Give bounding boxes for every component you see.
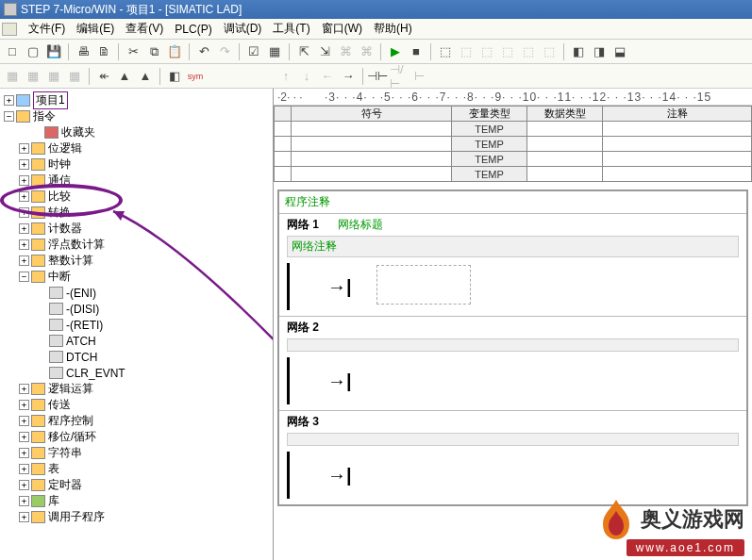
network-title[interactable]: 网络标题 <box>338 217 383 233</box>
block-button[interactable]: ⬓ <box>611 43 628 60</box>
cell-temp[interactable]: TEMP <box>452 152 527 167</box>
network-comment[interactable]: 网络注释 <box>287 236 739 257</box>
run-button[interactable]: ▶ <box>387 43 404 60</box>
instruction-tree[interactable]: +项目1 −指令 收藏夹 +位逻辑 +时钟 +通信 +比较 +转换 +计数器 +… <box>0 89 274 560</box>
tree-table[interactable]: +表 <box>2 461 271 477</box>
paste-button[interactable]: 📋 <box>166 43 183 60</box>
redo-button[interactable]: ↷ <box>216 43 233 60</box>
view-button[interactable]: ▦ <box>25 68 42 85</box>
expand-icon[interactable]: + <box>19 480 29 490</box>
nav-button[interactable]: ▲ <box>137 68 154 85</box>
expand-icon[interactable]: + <box>19 143 29 154</box>
menu-window[interactable]: 窗口(W) <box>316 19 368 39</box>
save-button[interactable]: 💾 <box>45 43 62 60</box>
expand-icon[interactable]: + <box>19 432 29 442</box>
network-comment[interactable] <box>287 338 739 352</box>
move-left-button[interactable]: ← <box>319 68 336 85</box>
expand-icon[interactable]: + <box>19 223 29 234</box>
table-row[interactable]: TEMP <box>275 122 752 137</box>
move-up-button[interactable]: ↑ <box>277 68 294 85</box>
menu-tools[interactable]: 工具(T) <box>267 19 315 39</box>
monitor-button[interactable]: ⬚ <box>437 43 454 60</box>
tree-timer[interactable]: +定时器 <box>2 477 271 493</box>
undo-button[interactable]: ↶ <box>195 43 212 60</box>
monitor-button[interactable]: ⬚ <box>520 43 537 60</box>
expand-icon[interactable]: + <box>19 384 29 394</box>
drop-target[interactable] <box>376 265 471 305</box>
download-button[interactable]: ⇱ <box>295 43 312 60</box>
collapse-icon[interactable]: − <box>4 111 14 122</box>
preview-button[interactable]: 🗎 <box>95 43 112 60</box>
table-row[interactable]: TEMP <box>275 167 752 182</box>
btn[interactable]: ⌘ <box>337 43 354 60</box>
view-button[interactable]: ▦ <box>45 68 62 85</box>
contact-button[interactable]: ⊣⊢ <box>369 68 386 85</box>
expand-icon[interactable]: + <box>19 255 29 266</box>
ladder-rung[interactable]: →| <box>287 357 746 404</box>
expand-icon[interactable]: + <box>19 159 29 170</box>
stop-button[interactable]: ■ <box>408 43 425 60</box>
ladder-rung[interactable]: →| <box>287 452 746 499</box>
upload-button[interactable]: ⇲ <box>316 43 333 60</box>
menu-edit[interactable]: 编辑(E) <box>71 19 120 39</box>
network-1[interactable]: 网络 1网络标题 网络注释 →| <box>279 213 746 310</box>
expand-icon[interactable]: + <box>19 512 29 522</box>
view-button[interactable]: ▦ <box>66 68 83 85</box>
tree-instructions[interactable]: −指令 <box>2 108 271 124</box>
monitor-button[interactable]: ⬚ <box>458 43 475 60</box>
expand-icon[interactable]: + <box>4 95 14 106</box>
tree-library[interactable]: +库 <box>2 493 271 509</box>
tree-subroutine[interactable]: +调用子程序 <box>2 509 271 525</box>
new-button[interactable]: □ <box>4 43 21 60</box>
expand-icon[interactable]: + <box>19 175 29 186</box>
tree-clock[interactable]: +时钟 <box>2 156 271 173</box>
cell-temp[interactable]: TEMP <box>452 122 527 137</box>
table-row[interactable]: TEMP <box>275 152 752 167</box>
tree-root[interactable]: +项目1 <box>2 92 271 108</box>
collapse-icon[interactable]: − <box>19 272 29 282</box>
cell-temp[interactable]: TEMP <box>452 137 527 152</box>
copy-button[interactable]: ⧉ <box>145 43 162 60</box>
monitor-button[interactable]: ⬚ <box>499 43 516 60</box>
ladder-rung[interactable]: →| <box>287 263 746 310</box>
move-right-button[interactable]: → <box>340 68 357 85</box>
sym-button[interactable]: sym <box>187 68 204 85</box>
contact-button[interactable]: ⊣/⊢ <box>390 68 407 85</box>
block-button[interactable]: ◨ <box>591 43 608 60</box>
ladder-editor[interactable]: 程序注释 网络 1网络标题 网络注释 →| 网络 2 →| 网络 3 <box>277 189 748 506</box>
network-comment[interactable] <box>287 433 739 446</box>
network-3[interactable]: 网络 3 →| <box>279 410 746 499</box>
move-down-button[interactable]: ↓ <box>298 68 315 85</box>
cell-temp[interactable]: TEMP <box>452 167 527 182</box>
tree-favorites[interactable]: 收藏夹 <box>2 124 271 140</box>
network-2[interactable]: 网络 2 →| <box>279 316 746 404</box>
toggle-button[interactable]: ◧ <box>166 68 183 85</box>
expand-icon[interactable]: + <box>19 448 29 458</box>
menu-help[interactable]: 帮助(H) <box>368 19 418 39</box>
program-comment[interactable]: 程序注释 <box>279 191 746 213</box>
monitor-button[interactable]: ⬚ <box>541 43 558 60</box>
expand-icon[interactable]: + <box>19 416 29 426</box>
menu-plc[interactable]: PLC(P) <box>169 21 217 38</box>
compile-all-button[interactable]: ▦ <box>266 43 283 60</box>
expand-icon[interactable]: + <box>19 464 29 474</box>
monitor-button[interactable]: ⬚ <box>478 43 495 60</box>
variable-table[interactable]: 符号 变量类型 数据类型 注释 TEMP TEMP TEMP TEMP <box>274 106 752 182</box>
compile-button[interactable]: ☑ <box>245 43 262 60</box>
menu-view[interactable]: 查看(V) <box>120 19 169 39</box>
tree-bit-logic[interactable]: +位逻辑 <box>2 140 271 156</box>
coil-button[interactable]: ⊢ <box>410 68 427 85</box>
window-icon[interactable] <box>2 23 17 36</box>
expand-icon[interactable]: + <box>19 239 29 250</box>
menu-file[interactable]: 文件(F) <box>23 19 71 39</box>
btn[interactable]: ⌘ <box>358 43 375 60</box>
tree-label[interactable]: 项目1 <box>33 91 68 109</box>
cut-button[interactable]: ✂ <box>125 43 142 60</box>
view-button[interactable]: ▦ <box>4 68 21 85</box>
nav-button[interactable]: ↞ <box>95 68 112 85</box>
block-button[interactable]: ◧ <box>570 43 587 60</box>
menu-debug[interactable]: 调试(D) <box>218 19 268 39</box>
print-button[interactable]: 🖶 <box>75 43 92 60</box>
nav-button[interactable]: ▲ <box>116 68 133 85</box>
expand-icon[interactable]: + <box>19 496 29 506</box>
